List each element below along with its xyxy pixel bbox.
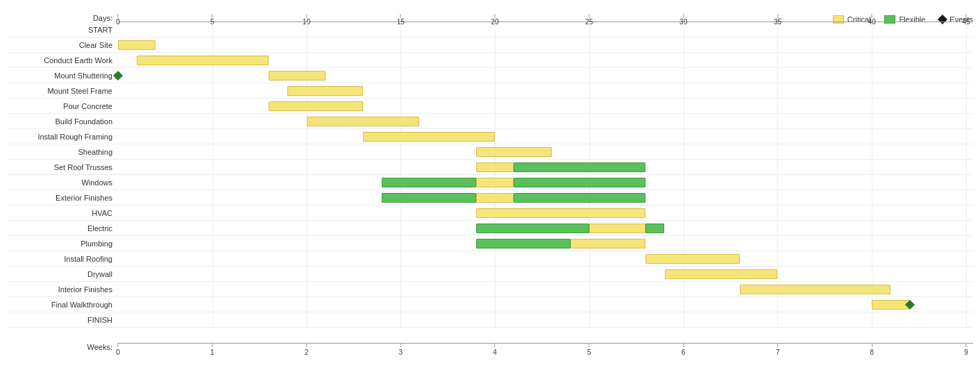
gantt-row-16: Drywall (7, 267, 973, 282)
week-tick-2: 2 (305, 343, 309, 356)
bars-area-5 (118, 99, 973, 113)
bar-13-2 (645, 224, 664, 233)
bars-area-15 (118, 251, 973, 266)
bar-9-0 (476, 162, 514, 172)
row-label-12: HVAC (7, 209, 118, 217)
row-label-2: Conduct Earth Work (7, 56, 118, 65)
gantt-row-8: Sheathing (7, 144, 973, 160)
bars-area-18 (118, 297, 973, 312)
week-tick-3: 3 (399, 343, 403, 356)
gantt-row-5: Pour Concrete (7, 99, 973, 114)
row-label-0: START (7, 26, 118, 34)
bar-10-2 (514, 178, 645, 187)
bar-10-0 (382, 178, 476, 187)
bars-area-12 (118, 205, 973, 220)
bar-11-1 (476, 193, 514, 203)
week-tick-5: 5 (587, 343, 591, 356)
row-label-16: Drywall (7, 270, 118, 278)
week-tick-4: 4 (493, 343, 497, 356)
bar-1-0 (118, 40, 155, 50)
bars-area-17 (118, 282, 973, 296)
row-label-11: Exterior Finishes (7, 194, 118, 202)
weeks-label-text: Weeks: (87, 343, 112, 351)
row-label-15: Install Roofing (7, 255, 118, 263)
row-label-13: Electric (7, 224, 118, 233)
bar-6-0 (307, 117, 420, 126)
bars-area-0 (118, 22, 973, 37)
bar-5-0 (269, 101, 363, 111)
week-tick-7: 7 (776, 343, 780, 356)
row-label-19: FINISH (7, 316, 118, 324)
gantt-row-19: FINISH (7, 312, 973, 328)
week-tick-9: 9 (964, 343, 968, 356)
bar-12-0 (476, 208, 645, 218)
bar-3-0 (269, 71, 325, 81)
row-label-10: Windows (7, 178, 118, 187)
bar-17-0 (740, 285, 890, 294)
bars-area-7 (118, 129, 973, 144)
gantt-row-12: HVAC (7, 205, 973, 221)
bars-area-14 (118, 236, 973, 251)
bar-7-0 (363, 132, 495, 142)
bar-13-0 (476, 224, 589, 233)
bar-9-1 (514, 162, 645, 172)
gantt-row-6: Build Foundation (7, 114, 973, 129)
bars-area-2 (118, 53, 973, 67)
days-axis: 051015202530354045 (118, 7, 973, 22)
gantt-row-9: Set Roof Trusses (7, 160, 973, 175)
days-label-text: Days: (93, 14, 112, 22)
bars-area-1 (118, 37, 973, 52)
bars-area-19 (118, 312, 973, 327)
bars-area-3 (118, 68, 973, 83)
gantt-row-11: Exterior Finishes (7, 190, 973, 205)
gantt-row-13: Electric (7, 221, 973, 236)
gantt-row-10: Windows (7, 175, 973, 190)
row-label-9: Set Roof Trusses (7, 163, 118, 171)
bars-area-9 (118, 160, 973, 174)
bars-area-13 (118, 221, 973, 235)
bar-11-0 (382, 193, 476, 203)
row-label-4: Mount Steel Frame (7, 87, 118, 95)
bar-8-0 (476, 147, 552, 157)
weeks-axis-label: Weeks: (7, 343, 118, 351)
bar-18-0 (872, 300, 909, 310)
bar-2-0 (137, 56, 269, 65)
weeks-axis: 0123456789 (118, 343, 973, 358)
row-label-7: Install Rough Framing (7, 133, 118, 141)
bar-14-0 (476, 239, 571, 249)
bar-15-0 (645, 254, 740, 264)
row-label-5: Pour Concrete (7, 102, 118, 110)
days-axis-label: Days: (7, 14, 118, 22)
bar-11-2 (514, 193, 645, 203)
gantt-row-0: START (7, 22, 973, 37)
bars-area-4 (118, 83, 973, 98)
row-label-3: Mount Shuttering (7, 71, 118, 80)
bar-16-0 (665, 269, 778, 279)
bars-area-8 (118, 144, 973, 159)
week-tick-6: 6 (682, 343, 686, 356)
row-label-18: Final Walkthrough (7, 301, 118, 309)
gantt-row-15: Install Roofing (7, 251, 973, 267)
gantt-row-18: Final Walkthrough (7, 297, 973, 312)
bar-14-1 (571, 239, 646, 249)
bars-area-16 (118, 267, 973, 281)
week-tick-1: 1 (210, 343, 214, 356)
week-tick-0: 0 (116, 343, 120, 356)
gantt-row-7: Install Rough Framing (7, 129, 973, 144)
bar-10-1 (476, 178, 514, 187)
bar-13-1 (589, 224, 645, 233)
chart-container: Critical Flexible Events Days: 051015202… (0, 0, 980, 379)
gantt-row-14: Plumbing (7, 236, 973, 251)
row-label-1: Clear Site (7, 41, 118, 49)
row-label-6: Build Foundation (7, 117, 118, 126)
bars-area-11 (118, 190, 973, 205)
gantt-row-4: Mount Steel Frame (7, 83, 973, 99)
row-label-17: Interior Finishes (7, 285, 118, 294)
gantt-row-2: Conduct Earth Work (7, 53, 973, 68)
bar-4-0 (287, 86, 363, 96)
row-label-8: Sheathing (7, 148, 118, 156)
bars-area-10 (118, 175, 973, 190)
gantt-row-3: Mount Shuttering (7, 68, 973, 83)
gantt-row-1: Clear Site (7, 37, 973, 53)
bars-area-6 (118, 114, 973, 128)
